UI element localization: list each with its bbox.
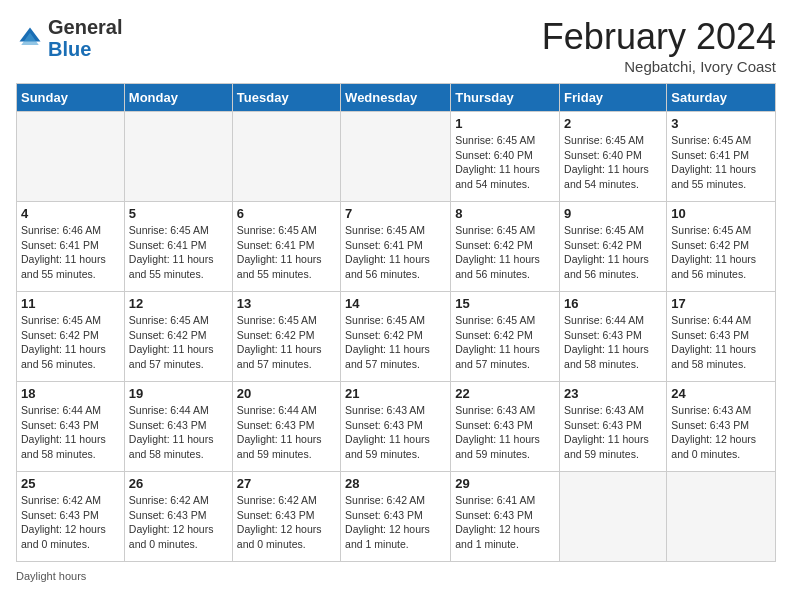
calendar-cell: 13Sunrise: 6:45 AM Sunset: 6:42 PM Dayli…	[232, 292, 340, 382]
day-info: Sunrise: 6:44 AM Sunset: 6:43 PM Dayligh…	[21, 403, 120, 462]
calendar-cell	[667, 472, 776, 562]
calendar-cell	[124, 112, 232, 202]
day-number: 13	[237, 296, 336, 311]
day-info: Sunrise: 6:45 AM Sunset: 6:42 PM Dayligh…	[671, 223, 771, 282]
day-info: Sunrise: 6:43 AM Sunset: 6:43 PM Dayligh…	[345, 403, 446, 462]
day-info: Sunrise: 6:44 AM Sunset: 6:43 PM Dayligh…	[129, 403, 228, 462]
day-number: 29	[455, 476, 555, 491]
day-number: 22	[455, 386, 555, 401]
weekday-header: Thursday	[451, 84, 560, 112]
day-info: Sunrise: 6:43 AM Sunset: 6:43 PM Dayligh…	[564, 403, 662, 462]
calendar-cell: 2Sunrise: 6:45 AM Sunset: 6:40 PM Daylig…	[560, 112, 667, 202]
weekday-header: Wednesday	[341, 84, 451, 112]
calendar-cell: 16Sunrise: 6:44 AM Sunset: 6:43 PM Dayli…	[560, 292, 667, 382]
day-info: Sunrise: 6:45 AM Sunset: 6:41 PM Dayligh…	[237, 223, 336, 282]
calendar-cell: 26Sunrise: 6:42 AM Sunset: 6:43 PM Dayli…	[124, 472, 232, 562]
calendar-cell: 10Sunrise: 6:45 AM Sunset: 6:42 PM Dayli…	[667, 202, 776, 292]
logo-general: General	[48, 16, 122, 38]
location-subtitle: Negbatchi, Ivory Coast	[542, 58, 776, 75]
day-info: Sunrise: 6:42 AM Sunset: 6:43 PM Dayligh…	[237, 493, 336, 552]
calendar-cell: 15Sunrise: 6:45 AM Sunset: 6:42 PM Dayli…	[451, 292, 560, 382]
day-number: 24	[671, 386, 771, 401]
calendar-cell: 17Sunrise: 6:44 AM Sunset: 6:43 PM Dayli…	[667, 292, 776, 382]
day-info: Sunrise: 6:45 AM Sunset: 6:42 PM Dayligh…	[129, 313, 228, 372]
day-number: 14	[345, 296, 446, 311]
weekday-header: Sunday	[17, 84, 125, 112]
day-number: 15	[455, 296, 555, 311]
calendar-cell: 12Sunrise: 6:45 AM Sunset: 6:42 PM Dayli…	[124, 292, 232, 382]
calendar-cell: 4Sunrise: 6:46 AM Sunset: 6:41 PM Daylig…	[17, 202, 125, 292]
day-number: 25	[21, 476, 120, 491]
calendar-cell: 20Sunrise: 6:44 AM Sunset: 6:43 PM Dayli…	[232, 382, 340, 472]
calendar-table: SundayMondayTuesdayWednesdayThursdayFrid…	[16, 83, 776, 562]
calendar-cell: 28Sunrise: 6:42 AM Sunset: 6:43 PM Dayli…	[341, 472, 451, 562]
day-info: Sunrise: 6:42 AM Sunset: 6:43 PM Dayligh…	[129, 493, 228, 552]
calendar-cell: 6Sunrise: 6:45 AM Sunset: 6:41 PM Daylig…	[232, 202, 340, 292]
day-info: Sunrise: 6:45 AM Sunset: 6:42 PM Dayligh…	[237, 313, 336, 372]
calendar-cell: 1Sunrise: 6:45 AM Sunset: 6:40 PM Daylig…	[451, 112, 560, 202]
calendar-cell	[560, 472, 667, 562]
day-number: 1	[455, 116, 555, 131]
day-number: 4	[21, 206, 120, 221]
day-number: 7	[345, 206, 446, 221]
day-info: Sunrise: 6:45 AM Sunset: 6:42 PM Dayligh…	[564, 223, 662, 282]
day-info: Sunrise: 6:41 AM Sunset: 6:43 PM Dayligh…	[455, 493, 555, 552]
day-info: Sunrise: 6:45 AM Sunset: 6:40 PM Dayligh…	[455, 133, 555, 192]
calendar-cell: 24Sunrise: 6:43 AM Sunset: 6:43 PM Dayli…	[667, 382, 776, 472]
day-number: 27	[237, 476, 336, 491]
calendar-cell: 22Sunrise: 6:43 AM Sunset: 6:43 PM Dayli…	[451, 382, 560, 472]
day-number: 9	[564, 206, 662, 221]
day-number: 28	[345, 476, 446, 491]
day-number: 11	[21, 296, 120, 311]
day-info: Sunrise: 6:45 AM Sunset: 6:41 PM Dayligh…	[671, 133, 771, 192]
calendar-cell: 11Sunrise: 6:45 AM Sunset: 6:42 PM Dayli…	[17, 292, 125, 382]
calendar-cell: 3Sunrise: 6:45 AM Sunset: 6:41 PM Daylig…	[667, 112, 776, 202]
weekday-header: Monday	[124, 84, 232, 112]
day-info: Sunrise: 6:44 AM Sunset: 6:43 PM Dayligh…	[564, 313, 662, 372]
day-info: Sunrise: 6:45 AM Sunset: 6:41 PM Dayligh…	[345, 223, 446, 282]
day-info: Sunrise: 6:45 AM Sunset: 6:41 PM Dayligh…	[129, 223, 228, 282]
logo-icon	[16, 24, 44, 52]
title-block: February 2024 Negbatchi, Ivory Coast	[542, 16, 776, 75]
logo-blue: Blue	[48, 38, 91, 60]
calendar-cell	[17, 112, 125, 202]
weekday-header: Friday	[560, 84, 667, 112]
day-info: Sunrise: 6:45 AM Sunset: 6:40 PM Dayligh…	[564, 133, 662, 192]
calendar-cell: 25Sunrise: 6:42 AM Sunset: 6:43 PM Dayli…	[17, 472, 125, 562]
calendar-cell	[341, 112, 451, 202]
footer: Daylight hours	[16, 570, 776, 582]
calendar-cell: 23Sunrise: 6:43 AM Sunset: 6:43 PM Dayli…	[560, 382, 667, 472]
calendar-cell: 29Sunrise: 6:41 AM Sunset: 6:43 PM Dayli…	[451, 472, 560, 562]
day-info: Sunrise: 6:45 AM Sunset: 6:42 PM Dayligh…	[345, 313, 446, 372]
day-number: 16	[564, 296, 662, 311]
day-info: Sunrise: 6:45 AM Sunset: 6:42 PM Dayligh…	[455, 223, 555, 282]
page-header: General Blue February 2024 Negbatchi, Iv…	[16, 16, 776, 75]
day-info: Sunrise: 6:43 AM Sunset: 6:43 PM Dayligh…	[455, 403, 555, 462]
calendar-cell: 8Sunrise: 6:45 AM Sunset: 6:42 PM Daylig…	[451, 202, 560, 292]
day-number: 17	[671, 296, 771, 311]
calendar-cell: 19Sunrise: 6:44 AM Sunset: 6:43 PM Dayli…	[124, 382, 232, 472]
day-info: Sunrise: 6:44 AM Sunset: 6:43 PM Dayligh…	[671, 313, 771, 372]
month-year-title: February 2024	[542, 16, 776, 58]
calendar-header-row: SundayMondayTuesdayWednesdayThursdayFrid…	[17, 84, 776, 112]
calendar-cell: 9Sunrise: 6:45 AM Sunset: 6:42 PM Daylig…	[560, 202, 667, 292]
day-info: Sunrise: 6:42 AM Sunset: 6:43 PM Dayligh…	[345, 493, 446, 552]
day-number: 10	[671, 206, 771, 221]
day-number: 2	[564, 116, 662, 131]
calendar-week-row: 4Sunrise: 6:46 AM Sunset: 6:41 PM Daylig…	[17, 202, 776, 292]
day-number: 5	[129, 206, 228, 221]
day-info: Sunrise: 6:46 AM Sunset: 6:41 PM Dayligh…	[21, 223, 120, 282]
day-number: 12	[129, 296, 228, 311]
daylight-hours-label: Daylight hours	[16, 570, 86, 582]
calendar-cell: 7Sunrise: 6:45 AM Sunset: 6:41 PM Daylig…	[341, 202, 451, 292]
day-number: 18	[21, 386, 120, 401]
day-number: 26	[129, 476, 228, 491]
calendar-week-row: 1Sunrise: 6:45 AM Sunset: 6:40 PM Daylig…	[17, 112, 776, 202]
calendar-cell: 14Sunrise: 6:45 AM Sunset: 6:42 PM Dayli…	[341, 292, 451, 382]
calendar-cell: 5Sunrise: 6:45 AM Sunset: 6:41 PM Daylig…	[124, 202, 232, 292]
calendar-cell: 27Sunrise: 6:42 AM Sunset: 6:43 PM Dayli…	[232, 472, 340, 562]
logo: General Blue	[16, 16, 122, 60]
calendar-cell: 18Sunrise: 6:44 AM Sunset: 6:43 PM Dayli…	[17, 382, 125, 472]
day-number: 19	[129, 386, 228, 401]
day-info: Sunrise: 6:45 AM Sunset: 6:42 PM Dayligh…	[21, 313, 120, 372]
